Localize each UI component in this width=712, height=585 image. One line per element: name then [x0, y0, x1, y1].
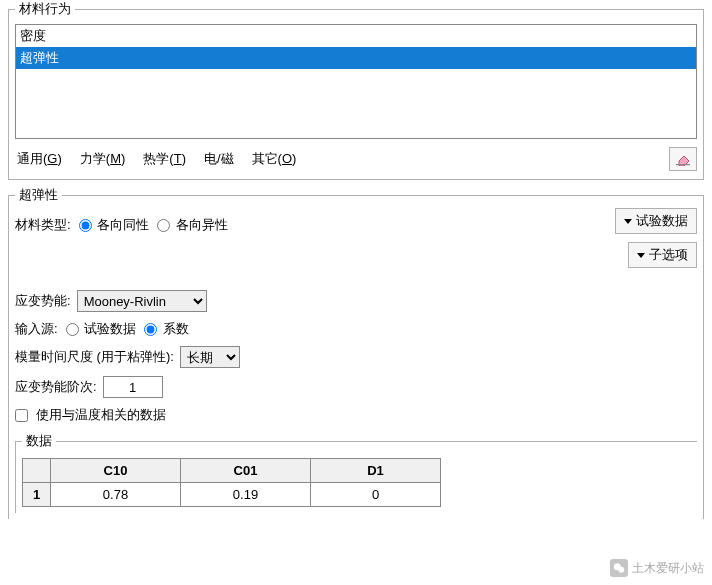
hyperelastic-legend: 超弹性: [15, 186, 62, 204]
temp-data-row: 使用与温度相关的数据: [15, 406, 697, 424]
svg-rect-1: [676, 164, 690, 165]
potential-order-input[interactable]: [103, 376, 163, 398]
temperature-data-checkbox[interactable]: 使用与温度相关的数据: [15, 406, 166, 424]
table-header-row: C10 C01 D1: [23, 459, 441, 483]
tab-thermal[interactable]: 热学(T): [141, 148, 188, 170]
right-buttons: 试验数据 子选项: [615, 208, 697, 276]
chevron-down-icon: [624, 219, 632, 224]
input-source-row: 输入源: 试验数据 系数: [15, 320, 697, 338]
hyperelastic-group: 超弹性 试验数据 子选项 材料类型: 各向同性 各向异性 应变势能: Moone…: [8, 186, 704, 519]
col-d1[interactable]: D1: [311, 459, 441, 483]
material-behavior-legend: 材料行为: [15, 0, 75, 18]
input-source-label: 输入源:: [15, 320, 58, 338]
wechat-icon: [610, 559, 628, 577]
eraser-icon: [675, 152, 691, 166]
radio-isotropic[interactable]: 各向同性: [77, 216, 150, 234]
material-behavior-list[interactable]: 密度 超弹性: [15, 24, 697, 139]
tab-other[interactable]: 其它(O): [250, 148, 299, 170]
behavior-item-hyperelastic[interactable]: 超弹性: [16, 47, 696, 69]
timescale-select[interactable]: 长期: [180, 346, 240, 368]
cell-c10[interactable]: 0.78: [51, 483, 181, 507]
material-type-label: 材料类型:: [15, 216, 71, 234]
potential-order-label: 应变势能阶次:: [15, 378, 97, 396]
behavior-item-density[interactable]: 密度: [16, 25, 696, 47]
strain-potential-row: 应变势能: Mooney-Rivlin: [15, 290, 697, 312]
behavior-tab-row: 通用(G) 力学(M) 热学(T) 电/磁 其它(O): [15, 145, 697, 173]
row-index: 1: [23, 483, 51, 507]
timescale-label: 模量时间尺度 (用于粘弹性):: [15, 348, 174, 366]
tab-mechanical[interactable]: 力学(M): [78, 148, 128, 170]
coefficients-table[interactable]: C10 C01 D1 1 0.78 0.19 0: [22, 458, 441, 507]
svg-point-3: [618, 567, 624, 573]
col-c01[interactable]: C01: [181, 459, 311, 483]
timescale-row: 模量时间尺度 (用于粘弹性): 长期: [15, 346, 697, 368]
data-group: 数据 C10 C01 D1 1 0.78 0.19 0: [15, 432, 697, 513]
radio-source-testdata[interactable]: 试验数据: [64, 320, 137, 338]
material-behavior-group: 材料行为 密度 超弹性 通用(G) 力学(M) 热学(T) 电/磁 其它(O): [8, 0, 704, 180]
strain-potential-select[interactable]: Mooney-Rivlin: [77, 290, 207, 312]
potential-order-row: 应变势能阶次:: [15, 376, 697, 398]
table-row[interactable]: 1 0.78 0.19 0: [23, 483, 441, 507]
tab-general[interactable]: 通用(G): [15, 148, 64, 170]
cell-c01[interactable]: 0.19: [181, 483, 311, 507]
suboptions-button[interactable]: 子选项: [628, 242, 697, 268]
radio-source-coefficients[interactable]: 系数: [142, 320, 189, 338]
col-c10[interactable]: C10: [51, 459, 181, 483]
chevron-down-icon: [637, 253, 645, 258]
tab-electrical[interactable]: 电/磁: [202, 148, 236, 170]
material-type-row: 材料类型: 各向同性 各向异性: [15, 216, 615, 234]
cell-d1[interactable]: 0: [311, 483, 441, 507]
watermark: 土木爱研小站: [610, 559, 704, 577]
strain-potential-label: 应变势能:: [15, 292, 71, 310]
delete-behavior-button[interactable]: [669, 147, 697, 171]
data-legend: 数据: [22, 432, 56, 450]
radio-anisotropic[interactable]: 各向异性: [155, 216, 228, 234]
test-data-button[interactable]: 试验数据: [615, 208, 697, 234]
